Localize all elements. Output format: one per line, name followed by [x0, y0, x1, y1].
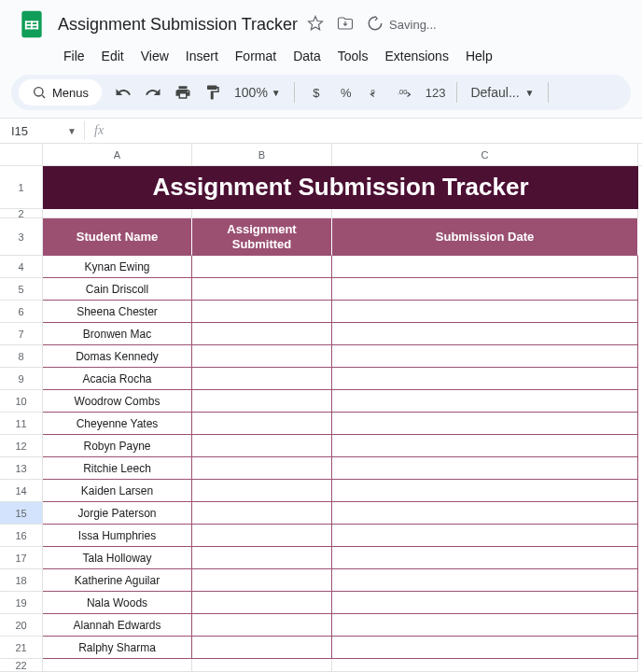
- cell-student-name[interactable]: Domas Kennedy: [43, 345, 192, 368]
- name-box[interactable]: I15 ▼: [0, 124, 84, 138]
- cell-assignment-submitted[interactable]: [192, 390, 332, 413]
- cell[interactable]: [43, 209, 192, 218]
- menu-data[interactable]: Data: [286, 45, 328, 67]
- cell-submission-date[interactable]: [332, 278, 638, 301]
- cell-assignment-submitted[interactable]: [192, 592, 332, 614]
- row-header[interactable]: 13: [0, 457, 43, 480]
- menu-extensions[interactable]: Extensions: [377, 45, 455, 67]
- column-header-C[interactable]: C: [332, 144, 638, 165]
- menu-view[interactable]: View: [133, 45, 176, 67]
- cell-student-name[interactable]: Acacia Rocha: [43, 368, 192, 390]
- cell-assignment-submitted[interactable]: [192, 301, 332, 323]
- cell-assignment-submitted[interactable]: [192, 256, 332, 278]
- cell-submission-date[interactable]: [332, 457, 638, 480]
- row-header[interactable]: 3: [0, 218, 43, 256]
- cell-submission-date[interactable]: [332, 547, 638, 569]
- zoom-value[interactable]: 100%: [234, 85, 268, 100]
- cell-submission-date[interactable]: [332, 480, 638, 502]
- row-header[interactable]: 10: [0, 390, 43, 413]
- row-header[interactable]: 2: [0, 209, 43, 218]
- cell-assignment-submitted[interactable]: [192, 323, 332, 345]
- cell-student-name[interactable]: Issa Humphries: [43, 525, 192, 547]
- row-header[interactable]: 11: [0, 413, 43, 435]
- cell-assignment-submitted[interactable]: [192, 502, 332, 525]
- cell-student-name[interactable]: Ritchie Leech: [43, 457, 192, 480]
- cell-submission-date[interactable]: [332, 323, 638, 345]
- row-header[interactable]: 4: [0, 256, 43, 278]
- cell-student-name[interactable]: Jorgie Paterson: [43, 502, 192, 525]
- cell-submission-date[interactable]: [332, 435, 638, 457]
- undo-button[interactable]: [109, 78, 137, 106]
- sheets-logo[interactable]: [15, 7, 49, 41]
- menu-tools[interactable]: Tools: [330, 45, 376, 67]
- cell[interactable]: [332, 209, 638, 218]
- cell-submission-date[interactable]: [332, 345, 638, 368]
- row-header[interactable]: 20: [0, 614, 43, 637]
- menu-file[interactable]: File: [56, 45, 92, 67]
- cell-student-name[interactable]: Woodrow Combs: [43, 390, 192, 413]
- header-submission-date[interactable]: Submission Date: [332, 218, 638, 256]
- cell[interactable]: [43, 659, 192, 672]
- cell[interactable]: [192, 209, 332, 218]
- decrease-decimal-button[interactable]: .0: [362, 78, 390, 106]
- cell-assignment-submitted[interactable]: [192, 368, 332, 390]
- menus-button[interactable]: Menus: [19, 79, 102, 105]
- row-header[interactable]: 7: [0, 323, 43, 345]
- cell-submission-date[interactable]: [332, 301, 638, 323]
- cell-submission-date[interactable]: [332, 413, 638, 435]
- star-icon[interactable]: [307, 15, 324, 35]
- cell-student-name[interactable]: Alannah Edwards: [43, 614, 192, 637]
- cell-submission-date[interactable]: [332, 502, 638, 525]
- cell-student-name[interactable]: Robyn Payne: [43, 435, 192, 457]
- cell-submission-date[interactable]: [332, 569, 638, 592]
- paint-format-button[interactable]: [199, 78, 227, 106]
- move-icon[interactable]: [337, 15, 354, 35]
- number-format-button[interactable]: 123: [422, 78, 450, 106]
- cell-submission-date[interactable]: [332, 525, 638, 547]
- cell-submission-date[interactable]: [332, 390, 638, 413]
- cell-assignment-submitted[interactable]: [192, 569, 332, 592]
- row-header[interactable]: 16: [0, 525, 43, 547]
- row-header[interactable]: 5: [0, 278, 43, 301]
- cell-submission-date[interactable]: [332, 592, 638, 614]
- cell-assignment-submitted[interactable]: [192, 345, 332, 368]
- cell-submission-date[interactable]: [332, 614, 638, 637]
- menu-insert[interactable]: Insert: [178, 45, 226, 67]
- cell-student-name[interactable]: Tala Holloway: [43, 547, 192, 569]
- cell-student-name[interactable]: Nala Woods: [43, 592, 192, 614]
- formula-input[interactable]: [113, 119, 642, 143]
- cell-submission-date[interactable]: [332, 637, 638, 659]
- row-header[interactable]: 14: [0, 480, 43, 502]
- cell-submission-date[interactable]: [332, 256, 638, 278]
- cell-assignment-submitted[interactable]: [192, 480, 332, 502]
- row-header[interactable]: 6: [0, 301, 43, 323]
- sheet-title-banner[interactable]: Assignment Submission Tracker: [43, 166, 638, 209]
- row-header[interactable]: 19: [0, 592, 43, 614]
- cell-student-name[interactable]: Bronwen Mac: [43, 323, 192, 345]
- print-button[interactable]: [169, 78, 197, 106]
- menu-help[interactable]: Help: [458, 45, 500, 67]
- font-selector[interactable]: Defaul... ▼: [465, 85, 539, 100]
- cell-assignment-submitted[interactable]: [192, 413, 332, 435]
- cell-assignment-submitted[interactable]: [192, 278, 332, 301]
- row-header[interactable]: 22: [0, 659, 43, 672]
- redo-button[interactable]: [139, 78, 167, 106]
- cell-assignment-submitted[interactable]: [192, 547, 332, 569]
- cell-assignment-submitted[interactable]: [192, 457, 332, 480]
- document-title[interactable]: Assignment Submission Tracker: [58, 15, 298, 35]
- header-student-name[interactable]: Student Name: [43, 218, 192, 256]
- cell-student-name[interactable]: Cheyenne Yates: [43, 413, 192, 435]
- cell-assignment-submitted[interactable]: [192, 637, 332, 659]
- cell-student-name[interactable]: Cain Driscoll: [43, 278, 192, 301]
- row-header[interactable]: 21: [0, 637, 43, 659]
- cell-student-name[interactable]: Katherine Aguilar: [43, 569, 192, 592]
- cell-assignment-submitted[interactable]: [192, 435, 332, 457]
- row-header[interactable]: 12: [0, 435, 43, 457]
- select-all-cell[interactable]: [0, 144, 43, 165]
- menu-format[interactable]: Format: [228, 45, 284, 67]
- cell[interactable]: [332, 659, 638, 672]
- menu-edit[interactable]: Edit: [94, 45, 132, 67]
- row-header[interactable]: 8: [0, 345, 43, 368]
- row-header[interactable]: 9: [0, 368, 43, 390]
- cell-assignment-submitted[interactable]: [192, 525, 332, 547]
